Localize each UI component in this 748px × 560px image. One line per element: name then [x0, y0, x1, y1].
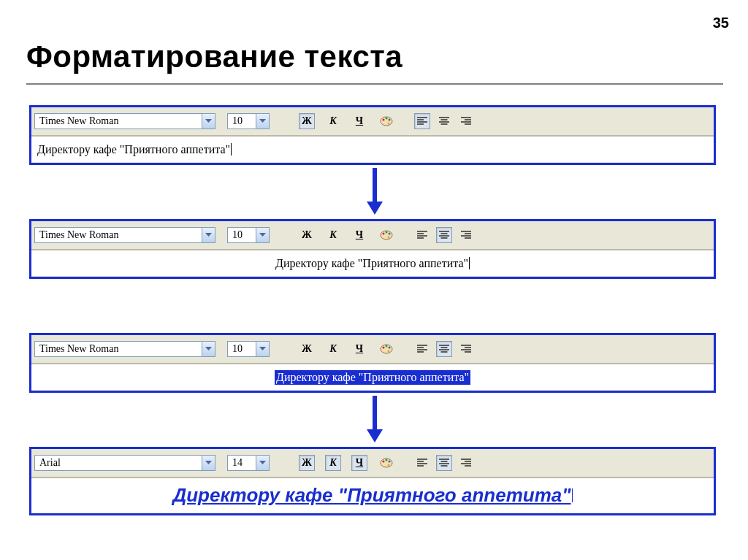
- align-right-button[interactable]: [458, 455, 474, 471]
- align-right-button[interactable]: [458, 227, 474, 243]
- align-center-button[interactable]: [436, 227, 452, 243]
- italic-button[interactable]: К: [325, 455, 341, 471]
- svg-point-3: [383, 119, 385, 121]
- size-value: 14: [228, 457, 256, 469]
- svg-point-4: [386, 118, 388, 120]
- sample-text: Директору кафе "Приятного аппетита": [37, 143, 230, 156]
- size-selector[interactable]: 14: [227, 455, 270, 471]
- align-group: [414, 341, 474, 357]
- underline-button[interactable]: Ч: [351, 113, 367, 129]
- size-selector[interactable]: 10: [227, 227, 270, 243]
- font-value: Arial: [35, 457, 202, 469]
- svg-point-60: [383, 461, 385, 463]
- align-center-button[interactable]: [436, 341, 452, 357]
- align-center-button[interactable]: [436, 455, 452, 471]
- svg-point-61: [386, 459, 388, 461]
- chevron-down-icon[interactable]: [202, 114, 215, 129]
- text-cursor: [469, 257, 470, 270]
- underline-button[interactable]: Ч: [351, 227, 367, 243]
- font-color-icon[interactable]: [379, 456, 394, 469]
- chevron-down-icon[interactable]: [202, 342, 215, 356]
- arrow-down-icon: [370, 168, 380, 215]
- editor-panel-3: Times New Roman 10 Ж К Ч Директору кафе …: [29, 333, 716, 393]
- underline-button[interactable]: Ч: [351, 455, 367, 471]
- bold-button[interactable]: Ж: [299, 113, 315, 129]
- align-center-button[interactable]: [436, 113, 452, 129]
- svg-point-5: [389, 119, 391, 121]
- align-group: [414, 455, 474, 471]
- slide: 35 Форматирование текста Times New Roman…: [0, 0, 748, 560]
- chevron-down-icon[interactable]: [256, 114, 269, 129]
- title-underline: [26, 83, 723, 85]
- align-left-button[interactable]: [414, 227, 430, 243]
- svg-point-62: [389, 461, 391, 463]
- svg-point-25: [388, 237, 390, 239]
- sample-text: Директору кафе "Приятного аппетита": [172, 484, 570, 507]
- chevron-down-icon[interactable]: [256, 456, 269, 470]
- italic-button[interactable]: К: [325, 227, 341, 243]
- font-value: Times New Roman: [35, 229, 202, 241]
- toolbar: Times New Roman 10 Ж К Ч: [31, 221, 714, 250]
- svg-marker-39: [259, 347, 266, 350]
- align-right-button[interactable]: [458, 113, 474, 129]
- editor-area[interactable]: Директору кафе "Приятного аппетита": [31, 250, 714, 276]
- svg-marker-19: [205, 233, 212, 237]
- editor-panel-2: Times New Roman 10 Ж К Ч Директору кафе …: [29, 219, 716, 279]
- svg-point-41: [383, 347, 385, 349]
- editor-area[interactable]: Директору кафе "Приятного аппетита": [31, 136, 714, 162]
- svg-marker-20: [259, 233, 266, 237]
- size-value: 10: [228, 229, 256, 241]
- font-color-icon[interactable]: [379, 115, 394, 128]
- align-left-button[interactable]: [414, 341, 430, 357]
- editor-area[interactable]: Директору кафе "Приятного аппетита": [31, 477, 714, 513]
- font-value: Times New Roman: [35, 343, 202, 355]
- toolbar: Times New Roman 10 Ж К Ч: [31, 107, 714, 136]
- chevron-down-icon[interactable]: [256, 342, 269, 356]
- sample-text-selected: Директору кафе "Приятного аппетита": [275, 370, 470, 385]
- bold-button[interactable]: Ж: [299, 227, 315, 243]
- align-left-button[interactable]: [414, 113, 430, 129]
- font-color-icon[interactable]: [379, 229, 394, 242]
- size-selector[interactable]: 10: [227, 113, 270, 129]
- svg-point-23: [386, 231, 388, 234]
- chevron-down-icon[interactable]: [202, 456, 215, 470]
- size-selector[interactable]: 10: [227, 341, 270, 357]
- underline-button[interactable]: Ч: [351, 341, 367, 357]
- italic-button[interactable]: К: [325, 113, 341, 129]
- chevron-down-icon[interactable]: [202, 228, 215, 242]
- chevron-down-icon[interactable]: [256, 228, 269, 242]
- editor-panel-4: Arial 14 Ж К Ч Директору кафе "Приятного…: [29, 447, 716, 515]
- sample-text: Директору кафе "Приятного аппетита": [275, 257, 468, 270]
- size-value: 10: [228, 343, 256, 355]
- font-value: Times New Roman: [35, 115, 202, 127]
- font-selector[interactable]: Times New Roman: [34, 113, 215, 129]
- font-selector[interactable]: Times New Roman: [34, 227, 215, 243]
- page-number: 35: [713, 15, 729, 31]
- svg-marker-1: [259, 119, 266, 123]
- font-color-icon[interactable]: [379, 342, 394, 356]
- text-cursor: [572, 488, 573, 502]
- bold-button[interactable]: Ж: [299, 455, 315, 471]
- text-cursor: [231, 143, 232, 156]
- svg-marker-38: [205, 347, 212, 350]
- editor-panel-1: Times New Roman 10 Ж К Ч Директору кафе …: [29, 105, 716, 165]
- align-right-button[interactable]: [458, 341, 474, 357]
- svg-marker-0: [205, 119, 212, 123]
- svg-point-63: [388, 464, 390, 467]
- svg-point-42: [386, 345, 388, 348]
- svg-marker-57: [205, 461, 212, 464]
- align-group: [414, 227, 474, 243]
- italic-button[interactable]: К: [325, 341, 341, 357]
- svg-marker-58: [259, 461, 266, 464]
- editor-area[interactable]: Директору кафе "Приятного аппетита": [31, 364, 714, 390]
- font-selector[interactable]: Times New Roman: [34, 341, 215, 357]
- svg-point-24: [389, 233, 391, 235]
- align-left-button[interactable]: [414, 455, 430, 471]
- toolbar: Arial 14 Ж К Ч: [31, 449, 714, 477]
- bold-button[interactable]: Ж: [299, 341, 315, 357]
- align-group: [414, 113, 474, 129]
- svg-point-6: [388, 123, 390, 125]
- font-selector[interactable]: Arial: [34, 455, 215, 471]
- toolbar: Times New Roman 10 Ж К Ч: [31, 335, 714, 364]
- svg-point-43: [389, 347, 391, 349]
